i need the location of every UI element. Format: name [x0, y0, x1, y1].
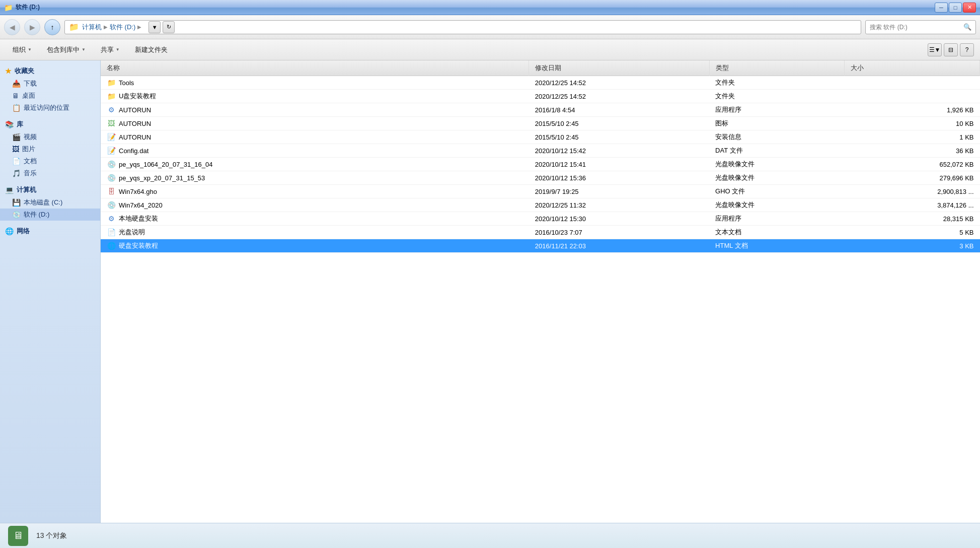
software-d-label: 软件 (D:) [24, 210, 49, 219]
network-label: 网络 [17, 227, 30, 236]
table-row[interactable]: 📁 Tools 2020/12/25 14:52 文件夹 [101, 76, 980, 90]
sidebar-item-downloads[interactable]: 📥 下载 [0, 78, 100, 90]
file-type-cell: 文件夹 [709, 90, 845, 103]
organize-label: 组织 [13, 45, 26, 54]
libraries-section: 📚 库 🎬 视频 🖼 图片 📄 文档 🎵 音乐 [0, 118, 100, 179]
help-button[interactable]: ? [960, 43, 974, 56]
network-icon: 🌐 [5, 227, 14, 235]
file-name: 本地硬盘安装 [119, 214, 158, 223]
table-row[interactable]: 📁 U盘安装教程 2020/12/25 14:52 文件夹 [101, 90, 980, 103]
file-name-cell: 📄 光盘说明 [101, 226, 292, 239]
address-right-buttons: ▼ ↻ [148, 21, 175, 33]
view-toggle-button[interactable]: ☰▼ [928, 43, 942, 56]
sidebar-item-local-c[interactable]: 💾 本地磁盘 (C:) [0, 196, 100, 209]
file-area: 名称 修改日期 类型 大小 📁 Tools 2020/12/25 14:52 文… [101, 60, 980, 523]
include-library-button[interactable]: 包含到库中 ▼ [40, 42, 92, 57]
sidebar-item-recent[interactable]: 📋 最近访问的位置 [0, 102, 100, 114]
new-folder-button[interactable]: 新建文件夹 [128, 42, 174, 57]
file-icon: ⚙ [107, 105, 116, 114]
file-name-cell: 📁 Tools [101, 76, 292, 89]
close-button[interactable]: ✕ [963, 3, 976, 13]
file-icon: 🌐 [107, 241, 116, 250]
video-icon: 🎬 [12, 133, 21, 141]
table-row[interactable]: 🌐 硬盘安装教程 2016/11/21 22:03 HTML 文档 3 KB [101, 239, 980, 253]
titlebar-icon: 📁 [4, 4, 13, 12]
search-input[interactable] [870, 24, 960, 31]
back-button[interactable]: ◀ [4, 19, 20, 35]
titlebar-title: 软件 (D:) [16, 3, 40, 12]
file-type-cell: 光盘映像文件 [709, 198, 845, 212]
favorites-label: 收藏夹 [15, 66, 34, 76]
recent-icon: 📋 [12, 104, 21, 112]
file-scroll-area[interactable]: 名称 修改日期 类型 大小 📁 Tools 2020/12/25 14:52 文… [101, 60, 980, 523]
file-name-cell: 📝 Config.dat [101, 144, 292, 157]
sidebar-item-documents[interactable]: 📄 文档 [0, 155, 100, 167]
file-date-cell: 2016/10/23 7:07 [529, 226, 709, 239]
refresh-btn[interactable]: ↻ [163, 21, 175, 33]
include-library-label: 包含到库中 [47, 45, 80, 54]
col-size-header[interactable]: 大小 [845, 60, 980, 76]
file-type-cell: 光盘映像文件 [709, 171, 845, 185]
file-date-cell: 2016/1/8 4:54 [529, 103, 709, 117]
table-row[interactable]: ⚙ 本地硬盘安装 2020/10/12 15:30 应用程序 28,315 KB [101, 212, 980, 226]
computer-label: 计算机 [17, 185, 36, 194]
table-row[interactable]: 🗄 Win7x64.gho 2019/9/7 19:25 GHO 文件 2,90… [101, 185, 980, 198]
address-breadcrumb: 计算机 ▶ 软件 (D:) ▶ [82, 23, 141, 32]
table-row[interactable]: 🖼 AUTORUN 2015/5/10 2:45 图标 10 KB [101, 117, 980, 130]
share-button[interactable]: 共享 ▼ [94, 42, 126, 57]
file-type-cell: 安装信息 [709, 130, 845, 144]
network-header[interactable]: 🌐 网络 [0, 225, 100, 238]
up-button[interactable]: ↑ [44, 19, 60, 35]
file-name: U盘安装教程 [119, 92, 156, 101]
file-date-cell: 2020/12/25 11:32 [529, 198, 709, 212]
share-label: 共享 [101, 45, 114, 54]
file-date-cell: 2019/9/7 19:25 [529, 185, 709, 198]
file-name: Win7x64.gho [119, 188, 157, 195]
file-type-cell: 图标 [709, 117, 845, 130]
sidebar-item-software-d[interactable]: 💿 软件 (D:) [0, 209, 100, 221]
address-bar: 📁 计算机 ▶ 软件 (D:) ▶ ▼ ↻ [64, 20, 861, 34]
table-row[interactable]: 💿 pe_yqs_xp_20_07_31_15_53 2020/10/12 15… [101, 171, 980, 185]
col-type-header[interactable]: 类型 [709, 60, 845, 76]
sidebar-item-music[interactable]: 🎵 音乐 [0, 167, 100, 179]
toolbar-right: ☰▼ ⊟ ? [928, 43, 974, 56]
sidebar-item-video[interactable]: 🎬 视频 [0, 131, 100, 143]
main-layout: ★ 收藏夹 📥 下载 🖥 桌面 📋 最近访问的位置 📚 库 🎬 [0, 60, 980, 523]
titlebar-left: 📁 软件 (D:) [4, 3, 40, 12]
file-size-cell: 1 KB [845, 130, 980, 144]
computer-header[interactable]: 💻 计算机 [0, 183, 100, 196]
file-type-cell: 光盘映像文件 [709, 158, 845, 171]
search-bar[interactable]: 🔍 [865, 20, 976, 34]
table-row[interactable]: 📄 光盘说明 2016/10/23 7:07 文本文档 5 KB [101, 226, 980, 239]
forward-button[interactable]: ▶ [24, 19, 40, 35]
table-row[interactable]: 💿 pe_yqs_1064_20_07_31_16_04 2020/10/12 … [101, 158, 980, 171]
table-row[interactable]: 📝 Config.dat 2020/10/12 15:42 DAT 文件 36 … [101, 144, 980, 158]
table-row[interactable]: 💿 Win7x64_2020 2020/12/25 11:32 光盘映像文件 3… [101, 198, 980, 212]
toolbar: 组织 ▼ 包含到库中 ▼ 共享 ▼ 新建文件夹 ☰▼ ⊟ ? [0, 39, 980, 60]
table-row[interactable]: 📝 AUTORUN 2015/5/10 2:45 安装信息 1 KB [101, 130, 980, 144]
computer-crumb[interactable]: 计算机 [82, 23, 102, 32]
table-row[interactable]: ⚙ AUTORUN 2016/1/8 4:54 应用程序 1,926 KB [101, 103, 980, 117]
libraries-header[interactable]: 📚 库 [0, 118, 100, 131]
file-type-cell: 应用程序 [709, 103, 845, 117]
col-name-header[interactable]: 名称 [101, 60, 529, 76]
sidebar-item-pictures[interactable]: 🖼 图片 [0, 143, 100, 155]
drive-crumb[interactable]: 软件 (D:) [110, 23, 135, 32]
network-section: 🌐 网络 [0, 225, 100, 238]
share-arrow: ▼ [116, 47, 120, 52]
preview-pane-button[interactable]: ⊟ [944, 43, 958, 56]
file-icon: 📝 [107, 132, 116, 142]
file-size-cell: 2,900,813 ... [845, 185, 980, 198]
sidebar-item-desktop[interactable]: 🖥 桌面 [0, 90, 100, 102]
organize-button[interactable]: 组织 ▼ [6, 42, 38, 57]
favorites-header[interactable]: ★ 收藏夹 [0, 64, 100, 78]
file-name: pe_yqs_1064_20_07_31_16_04 [119, 161, 213, 168]
dropdown-btn[interactable]: ▼ [148, 21, 161, 33]
maximize-button[interactable]: □ [949, 3, 962, 13]
file-icon: 📝 [107, 146, 116, 155]
minimize-button[interactable]: ─ [935, 3, 948, 13]
documents-label: 文档 [24, 157, 37, 166]
col-date-header[interactable]: 修改日期 [529, 60, 709, 76]
file-type-cell: 文本文档 [709, 226, 845, 239]
organize-arrow: ▼ [28, 47, 32, 52]
